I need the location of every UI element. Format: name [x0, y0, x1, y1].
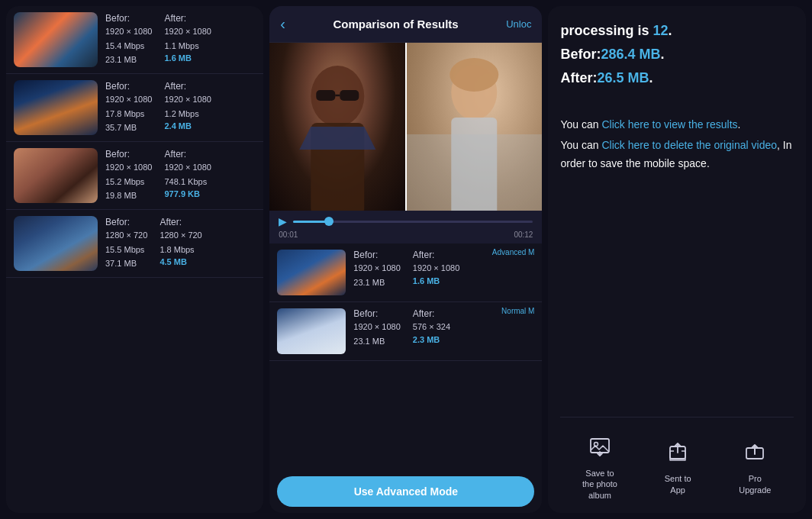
- pro-upgrade-label: ProUpgrade: [739, 473, 771, 495]
- progress-thumb: [324, 217, 334, 226]
- video-meta-1: Befor: 1920 × 1080 17.8 Mbps 35.7 MB Aft…: [105, 81, 256, 134]
- comparison-list: Befor: 1920 × 1080 23.1 MB After: 1920 ×…: [269, 243, 542, 470]
- progress-fill: [293, 221, 329, 223]
- comp-thumb-1: [277, 308, 346, 354]
- after-col-1: After: 1920 × 1080 1.2 Mbps 2.4 MB: [164, 81, 211, 134]
- video-thumb-3: [14, 216, 98, 271]
- pro-upgrade-button[interactable]: ProUpgrade: [738, 435, 772, 495]
- processing-stat: processing is 12.: [560, 21, 794, 40]
- svg-rect-2: [317, 90, 336, 101]
- sent-to-app-button[interactable]: Sent toApp: [661, 435, 694, 495]
- video-thumb-2: [14, 148, 98, 203]
- delete-video-link[interactable]: Click here to delete the original video: [601, 139, 777, 151]
- video-meta-0: Befor: 1920 × 1080 15.4 Mbps 23.1 MB Aft…: [105, 13, 256, 66]
- video-item-1[interactable]: Befor: 1920 × 1080 17.8 Mbps 35.7 MB Aft…: [6, 74, 263, 142]
- comp-after-0: After: 1920 × 1080 1.6 MB: [413, 250, 459, 295]
- comp-mode-label-1: Normal M: [501, 307, 534, 315]
- share-icon: [661, 435, 694, 469]
- left-panel: Befor: 1920 × 1080 15.4 Mbps 23.1 MB Aft…: [6, 6, 263, 513]
- middle-panel: ‹ Comparison of Results Unloc: [269, 6, 542, 513]
- video-meta-2: Befor: 1920 × 1080 15.2 Mbps 19.8 MB Aft…: [105, 149, 256, 202]
- time-start: 00:01: [279, 230, 298, 239]
- preview-left-half: [269, 43, 406, 211]
- video-item-2[interactable]: Befor: 1920 × 1080 15.2 Mbps 19.8 MB Aft…: [6, 142, 263, 210]
- view-results-link[interactable]: Click here to view the results: [601, 118, 737, 131]
- comp-meta-0: Befor: 1920 × 1080 23.1 MB After: 1920 ×…: [353, 250, 459, 295]
- comp-before-0: Befor: 1920 × 1080 23.1 MB: [353, 250, 400, 295]
- before-stat: Befor:286.4 MB.: [560, 45, 794, 64]
- video-thumb-1: [14, 80, 98, 135]
- after-col-3: After: 1280 × 720 1.8 Mbps 4.5 MB: [160, 217, 201, 270]
- comp-after-1: After: 576 × 324 2.3 MB: [413, 308, 450, 354]
- comp-before-1: Befor: 1920 × 1080 23.1 MB: [353, 308, 400, 354]
- right-content: processing is 12. Befor:286.4 MB. After:…: [560, 21, 794, 405]
- video-preview: [269, 43, 542, 211]
- video-thumb-0: [14, 12, 98, 67]
- unlock-button[interactable]: Unloc: [506, 18, 531, 30]
- right-actions: Save tothe photoalbum Sent toApp ProUpgr…: [560, 417, 794, 501]
- right-panel: processing is 12. Befor:286.4 MB. After:…: [548, 6, 806, 513]
- video-item-3[interactable]: Befor: 1280 × 720 15.5 Mbps 37.1 MB Afte…: [6, 210, 263, 278]
- before-col-0: Befor: 1920 × 1080 15.4 Mbps 23.1 MB: [105, 13, 152, 66]
- before-col-3: Befor: 1280 × 720 15.5 Mbps 37.1 MB: [105, 217, 147, 270]
- progress-track[interactable]: [293, 221, 533, 223]
- play-controls: ▶ 00:01 00:12: [269, 211, 542, 243]
- comp-thumb-0: [277, 250, 346, 295]
- mid-header: ‹ Comparison of Results Unloc: [269, 6, 542, 43]
- comparison-title: Comparison of Results: [293, 18, 498, 31]
- after-stat: After:26.5 MB.: [560, 69, 794, 88]
- video-meta-3: Befor: 1280 × 720 15.5 Mbps 37.1 MB Afte…: [105, 217, 256, 270]
- back-button[interactable]: ‹: [280, 15, 285, 33]
- delete-video-text: You can Click here to delete the origina…: [560, 137, 794, 173]
- video-item-0[interactable]: Befor: 1920 × 1080 15.4 Mbps 23.1 MB Aft…: [6, 6, 263, 74]
- save-photo-button[interactable]: Save tothe photoalbum: [582, 430, 617, 501]
- before-col-1: Befor: 1920 × 1080 17.8 Mbps 35.7 MB: [105, 81, 152, 134]
- svg-rect-3: [340, 90, 359, 101]
- time-end: 00:12: [514, 230, 533, 239]
- svg-point-7: [450, 58, 498, 92]
- comparison-item-0[interactable]: Befor: 1920 × 1080 23.1 MB After: 1920 ×…: [269, 243, 542, 302]
- preview-right-half: [406, 43, 543, 211]
- save-photo-label: Save tothe photoalbum: [582, 468, 617, 501]
- comparison-item-1[interactable]: Befor: 1920 × 1080 23.1 MB After: 576 × …: [269, 302, 542, 361]
- svg-rect-9: [591, 439, 609, 453]
- svg-rect-8: [406, 134, 543, 211]
- pro-upgrade-icon: [738, 435, 772, 469]
- sent-to-app-label: Sent toApp: [665, 473, 691, 495]
- play-button[interactable]: ▶: [279, 215, 287, 227]
- comp-mode-label-0: Advanced M: [492, 248, 535, 256]
- after-col-2: After: 1920 × 1080 748.1 Kbps 977.9 KB: [164, 149, 211, 202]
- use-advanced-button[interactable]: Use Advanced Mode: [277, 476, 534, 507]
- after-col-0: After: 1920 × 1080 1.1 Mbps 1.6 MB: [164, 13, 211, 66]
- save-photo-icon: [583, 430, 617, 463]
- comp-meta-1: Befor: 1920 × 1080 23.1 MB After: 576 × …: [353, 308, 450, 354]
- before-col-2: Befor: 1920 × 1080 15.2 Mbps 19.8 MB: [105, 149, 152, 202]
- split-divider: [405, 43, 407, 211]
- view-results-text: You can Click here to view the results.: [560, 116, 794, 134]
